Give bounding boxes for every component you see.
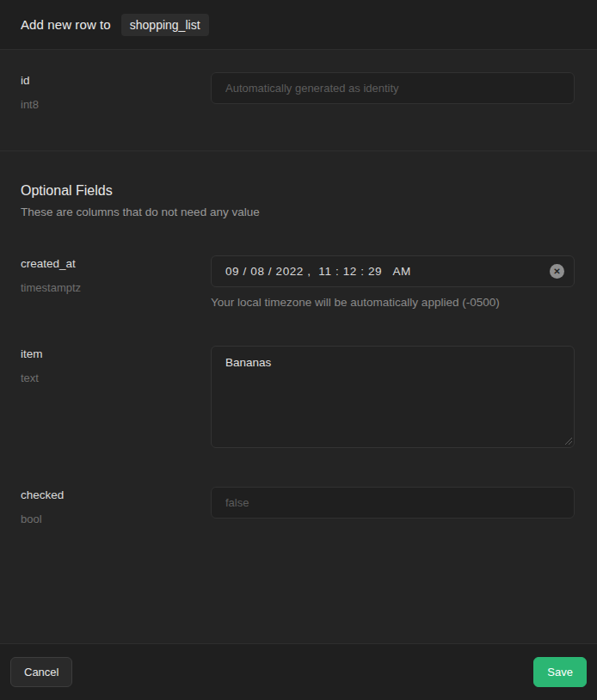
field-meta-checked: checked bool <box>21 487 211 526</box>
field-type-checked: bool <box>21 513 211 526</box>
field-label-id: id <box>21 74 211 88</box>
field-row-item: item text Bananas <box>21 346 575 448</box>
item-textarea-wrap: Bananas <box>211 346 575 448</box>
form-body: id int8 Optional Fields These are column… <box>0 50 597 643</box>
id-input[interactable] <box>211 72 575 104</box>
created-at-datetime-input[interactable]: 09 / 08 / 2022 , 11 : 12 : 29 AM ✕ <box>211 255 575 287</box>
field-meta-created-at: created_at timestamptz <box>21 255 211 310</box>
resize-handle-icon[interactable] <box>563 436 572 445</box>
field-input-col-checked <box>211 487 575 526</box>
field-input-col-created-at: 09 / 08 / 2022 , 11 : 12 : 29 AM ✕ Your … <box>211 255 575 310</box>
checked-input[interactable] <box>211 487 575 519</box>
field-label-created-at: created_at <box>21 257 211 271</box>
optional-fields-section: Optional Fields These are columns that d… <box>0 150 597 643</box>
item-textarea[interactable]: Bananas <box>211 346 575 448</box>
optional-fields-heading: Optional Fields <box>21 182 575 200</box>
field-row-id: id int8 <box>21 72 575 112</box>
circle-x-icon[interactable]: ✕ <box>550 264 564 279</box>
timezone-helper-text: Your local timezone will be automaticall… <box>211 295 575 310</box>
panel-header: Add new row to shopping_list <box>0 0 597 50</box>
created-at-value: 09 / 08 / 2022 , 11 : 12 : 29 AM <box>225 265 411 278</box>
field-label-item: item <box>21 347 211 361</box>
field-input-col-id <box>211 72 575 112</box>
field-type-item: text <box>21 371 211 385</box>
field-meta-item: item text <box>21 346 211 448</box>
field-type-created-at: timestamptz <box>21 281 211 295</box>
cancel-button[interactable]: Cancel <box>10 657 72 687</box>
add-row-panel: Add new row to shopping_list id int8 Opt… <box>0 0 597 700</box>
panel-footer: Cancel Save <box>0 643 597 700</box>
field-row-checked: checked bool <box>21 487 575 526</box>
field-label-checked: checked <box>21 488 211 502</box>
field-meta-id: id int8 <box>21 72 211 112</box>
panel-title: Add new row to <box>21 17 111 32</box>
optional-fields-description: These are columns that do not need any v… <box>21 205 575 220</box>
save-button[interactable]: Save <box>533 657 587 687</box>
field-input-col-item: Bananas <box>211 346 575 448</box>
required-fields-section: id int8 <box>0 50 597 150</box>
field-type-id: int8 <box>21 98 211 112</box>
table-name-badge: shopping_list <box>121 14 209 36</box>
field-row-created-at: created_at timestamptz 09 / 08 / 2022 , … <box>21 255 575 310</box>
